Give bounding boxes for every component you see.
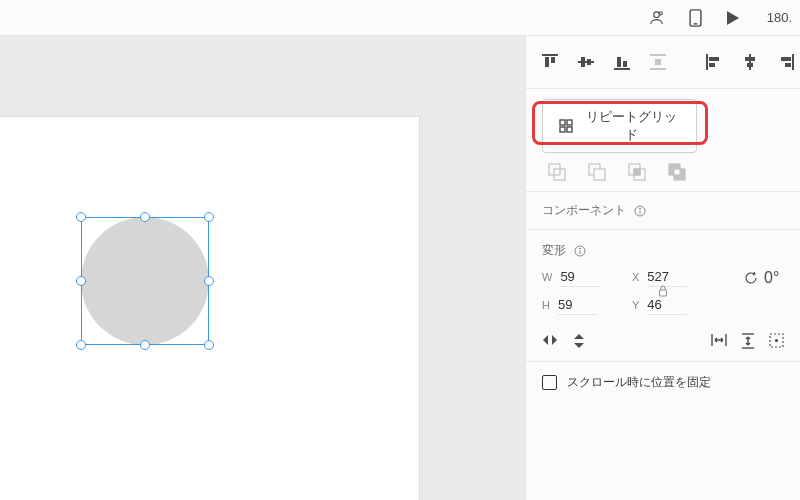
svg-rect-5 (545, 57, 549, 67)
responsive-v-icon[interactable] (741, 333, 755, 349)
width-field[interactable]: W 59 (542, 269, 632, 287)
repeat-grid-button[interactable]: リピートグリッド (542, 99, 697, 153)
svg-rect-38 (674, 169, 680, 175)
resize-handle-mr[interactable] (204, 276, 214, 286)
svg-rect-45 (660, 290, 667, 296)
align-vcenter-icon[interactable] (578, 54, 594, 70)
artboard[interactable] (0, 116, 420, 500)
device-preview-icon[interactable] (689, 9, 702, 27)
width-label: W (542, 271, 552, 283)
alignment-section (526, 36, 800, 89)
repeat-grid-label: リピートグリッド (583, 108, 680, 144)
transform-label: 変形 (542, 242, 566, 259)
x-field[interactable]: X 527 (632, 269, 722, 287)
svg-rect-6 (551, 57, 555, 63)
y-value[interactable]: 46 (647, 297, 687, 315)
app-root: 180. (0, 0, 800, 500)
svg-rect-13 (650, 54, 666, 56)
repeat-grid-section: リピートグリッド (526, 89, 800, 192)
align-bottom-icon[interactable] (614, 54, 630, 70)
svg-rect-10 (614, 68, 630, 70)
svg-rect-7 (578, 61, 594, 63)
height-field[interactable]: H 59 (542, 297, 632, 315)
svg-rect-28 (567, 127, 572, 132)
rotate-icon (744, 271, 758, 285)
resize-handle-bm[interactable] (140, 340, 150, 350)
svg-rect-22 (792, 54, 794, 70)
align-left-icon[interactable] (706, 54, 722, 70)
resize-handle-tl[interactable] (76, 212, 86, 222)
svg-rect-20 (745, 57, 755, 61)
align-top-icon[interactable] (542, 54, 558, 70)
info-icon[interactable] (634, 205, 646, 217)
exclude-icon[interactable] (668, 163, 686, 181)
canvas-area[interactable] (0, 36, 525, 500)
union-icon[interactable] (548, 163, 566, 181)
resize-handle-tr[interactable] (204, 212, 214, 222)
scroll-fix-label: スクロール時に位置を固定 (567, 374, 711, 391)
svg-rect-19 (749, 54, 751, 70)
align-right-icon[interactable] (778, 54, 794, 70)
intersect-icon[interactable] (628, 163, 646, 181)
align-hcenter-icon[interactable] (742, 54, 758, 70)
scroll-fix-row[interactable]: スクロール時に位置を固定 (526, 362, 800, 403)
component-section: コンポーネント (526, 192, 800, 230)
selected-shape[interactable] (81, 217, 209, 345)
svg-rect-18 (709, 63, 715, 67)
selection-outline (81, 217, 209, 345)
responsive-h-icon[interactable] (711, 333, 727, 349)
height-label: H (542, 299, 550, 311)
transform-section: 変形 W 59 X 527 0° (526, 230, 800, 362)
svg-rect-25 (560, 120, 565, 125)
width-value[interactable]: 59 (560, 269, 600, 287)
info-icon[interactable] (574, 245, 586, 257)
distribute-v-icon (650, 54, 666, 70)
svg-rect-35 (634, 169, 640, 175)
svg-rect-8 (581, 57, 585, 67)
svg-rect-9 (587, 59, 591, 65)
subtract-icon[interactable] (588, 163, 606, 181)
flip-vertical-icon[interactable] (572, 333, 586, 349)
properties-panel: リピートグリッド コンポーネント 変形 (525, 36, 800, 500)
svg-rect-21 (747, 63, 753, 67)
boolean-ops-row (542, 163, 784, 181)
svg-rect-14 (650, 68, 666, 70)
y-field[interactable]: Y 46 (632, 297, 722, 315)
resize-handle-bl[interactable] (76, 340, 86, 350)
resize-handle-ml[interactable] (76, 276, 86, 286)
y-label: Y (632, 299, 639, 311)
svg-rect-4 (542, 54, 558, 56)
resize-handle-tm[interactable] (140, 212, 150, 222)
play-icon[interactable] (726, 10, 740, 26)
x-label: X (632, 271, 639, 283)
rotation-field[interactable]: 0° (744, 269, 784, 287)
responsive-resize-icon[interactable] (769, 333, 784, 349)
rotation-value[interactable]: 0° (764, 269, 784, 287)
account-icon[interactable] (648, 9, 665, 26)
zoom-level[interactable]: 180. (764, 10, 792, 25)
svg-point-51 (776, 340, 778, 342)
svg-point-44 (579, 247, 580, 248)
height-value[interactable]: 59 (558, 297, 598, 315)
component-label: コンポーネント (542, 202, 626, 219)
svg-point-0 (654, 12, 660, 18)
svg-rect-24 (785, 63, 791, 67)
svg-rect-12 (623, 61, 627, 67)
svg-rect-26 (567, 120, 572, 125)
svg-rect-11 (617, 57, 621, 67)
svg-point-41 (639, 207, 640, 208)
svg-rect-17 (709, 57, 719, 61)
flip-horizontal-icon[interactable] (542, 333, 558, 349)
svg-rect-27 (560, 127, 565, 132)
svg-rect-32 (594, 169, 605, 180)
scroll-fix-checkbox[interactable] (542, 375, 557, 390)
grid-icon (559, 119, 573, 133)
lock-aspect-icon[interactable] (658, 285, 668, 297)
svg-rect-15 (655, 59, 661, 65)
svg-rect-16 (706, 54, 708, 70)
resize-handle-br[interactable] (204, 340, 214, 350)
svg-rect-23 (781, 57, 791, 61)
top-toolbar: 180. (0, 0, 800, 36)
